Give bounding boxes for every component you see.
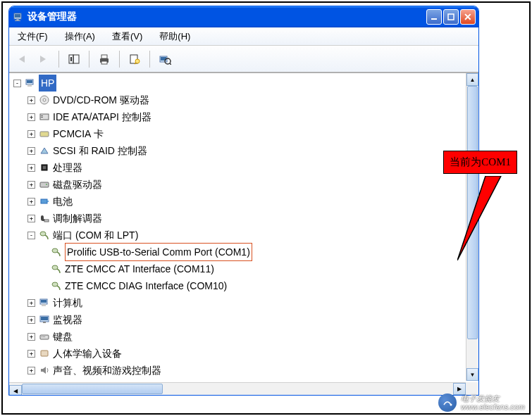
menu-help[interactable]: 帮助(H) xyxy=(156,29,193,44)
expand-icon[interactable]: + xyxy=(27,181,35,189)
watermark-logo-icon xyxy=(438,393,457,412)
tree-node-scsi[interactable]: +SCSI 和 RAID 控制器 xyxy=(11,142,464,159)
node-label: 处理器 xyxy=(53,159,82,176)
properties-button[interactable] xyxy=(125,50,144,68)
svg-rect-39 xyxy=(42,304,46,306)
tree-leaf-com11[interactable]: ZTE CMCC AT Interface (COM11) xyxy=(11,260,464,277)
tree-node-battery[interactable]: +电池 xyxy=(11,193,464,210)
computer-icon xyxy=(24,77,37,89)
node-label: SCSI 和 RAID 控制器 xyxy=(53,142,147,159)
window-title: 设备管理器 xyxy=(27,11,426,23)
modem-icon xyxy=(38,213,51,224)
node-label: 端口 (COM 和 LPT) xyxy=(53,227,138,244)
collapse-icon[interactable]: - xyxy=(13,80,21,87)
tree-node-pcmcia[interactable]: +PCMCIA 卡 xyxy=(11,125,464,142)
disk-icon xyxy=(38,179,51,190)
node-label: 调制解调器 xyxy=(53,210,102,227)
close-button[interactable]: ✕ xyxy=(460,9,476,25)
svg-rect-44 xyxy=(42,336,42,337)
expand-icon[interactable]: + xyxy=(27,350,35,358)
scan-button[interactable] xyxy=(156,50,174,68)
watermark-url: www.elecfans.com xyxy=(461,403,525,411)
scroll-left-button[interactable]: ◀ xyxy=(9,385,22,395)
tree-leaf-com10[interactable]: ZTE CMCC DIAG Interface (COM10) xyxy=(11,277,464,294)
cdrom-icon xyxy=(38,94,51,106)
expand-icon[interactable]: + xyxy=(27,164,35,172)
svg-rect-23 xyxy=(41,115,43,116)
svg-rect-30 xyxy=(41,199,47,203)
horizontal-scrollbar[interactable]: ◀ ▶ xyxy=(9,382,466,395)
node-label: IDE ATA/ATAPI 控制器 xyxy=(53,108,151,125)
svg-rect-46 xyxy=(44,336,45,337)
tree-node-keyboard[interactable]: +键盘 xyxy=(11,328,464,345)
tree-leaf-com1[interactable]: Prolific USB-to-Serial Comm Port (COM1) xyxy=(11,244,464,260)
hid-icon xyxy=(38,348,51,359)
expand-icon[interactable]: + xyxy=(27,130,35,138)
computer-icon xyxy=(12,11,25,23)
scsi-icon xyxy=(38,145,51,156)
svg-point-21 xyxy=(43,99,46,101)
node-label: 键盘 xyxy=(53,328,73,345)
svg-point-36 xyxy=(52,282,58,286)
expand-icon[interactable]: + xyxy=(27,316,35,324)
tree-root[interactable]: - HP xyxy=(11,75,464,92)
svg-rect-2 xyxy=(16,19,19,20)
leaf-label: ZTE CMCC DIAG Interface (COM10) xyxy=(65,277,227,294)
svg-point-35 xyxy=(52,265,58,270)
card-icon xyxy=(38,128,51,139)
toolbar xyxy=(9,46,478,73)
menu-file[interactable]: 文件(F) xyxy=(15,29,51,44)
expand-icon[interactable]: + xyxy=(27,367,35,374)
node-label: 人体学输入设备 xyxy=(53,345,122,362)
print-button[interactable] xyxy=(95,50,113,68)
svg-rect-5 xyxy=(448,14,454,20)
tree-node-modem[interactable]: +调制解调器 xyxy=(11,210,464,227)
scroll-up-button[interactable]: ▲ xyxy=(466,73,478,86)
svg-rect-42 xyxy=(43,322,46,323)
minimize-button[interactable] xyxy=(426,9,442,25)
back-button xyxy=(13,50,32,68)
scroll-down-button[interactable]: ▼ xyxy=(466,368,478,381)
node-label: 声音、视频和游戏控制器 xyxy=(53,362,161,379)
tree-node-hid[interactable]: +人体学输入设备 xyxy=(11,345,464,362)
svg-rect-38 xyxy=(41,300,47,303)
tree-node-cpu[interactable]: +处理器 xyxy=(11,159,464,176)
node-label: 计算机 xyxy=(53,294,82,311)
show-hide-button[interactable] xyxy=(65,50,83,68)
expand-icon[interactable]: + xyxy=(27,333,35,341)
expand-icon[interactable]: + xyxy=(27,198,35,206)
titlebar[interactable]: 设备管理器 ✕ xyxy=(9,6,478,27)
scroll-thumb[interactable] xyxy=(22,384,163,394)
watermark: 电子发烧友 www.elecfans.com xyxy=(438,393,525,412)
svg-rect-19 xyxy=(27,84,32,87)
tree-node-disk[interactable]: +磁盘驱动器 xyxy=(11,176,464,193)
tree-node-computer[interactable]: +计算机 xyxy=(11,294,464,311)
ide-icon xyxy=(38,111,51,122)
expand-icon[interactable]: + xyxy=(27,113,35,121)
expand-icon[interactable]: + xyxy=(27,215,35,222)
monitor-icon xyxy=(38,314,51,325)
svg-rect-4 xyxy=(431,18,437,20)
toolbar-separator xyxy=(149,51,150,68)
maximize-button[interactable] xyxy=(443,9,459,25)
tree-node-dvd[interactable]: +DVD/CD-ROM 驱动器 xyxy=(11,92,464,108)
svg-rect-11 xyxy=(101,61,107,64)
tree-node-monitor[interactable]: +监视器 xyxy=(11,311,464,328)
tree-node-ports[interactable]: -端口 (COM 和 LPT) xyxy=(11,227,464,244)
node-label: DVD/CD-ROM 驱动器 xyxy=(53,92,149,108)
device-tree[interactable]: - HP +DVD/CD-ROM 驱动器 +IDE ATA/ATAPI 控制器 … xyxy=(11,75,464,381)
svg-point-49 xyxy=(450,404,452,406)
expand-icon[interactable]: + xyxy=(27,147,35,155)
svg-rect-7 xyxy=(73,55,79,63)
collapse-icon[interactable]: - xyxy=(27,232,35,239)
tree-node-sound[interactable]: +声音、视频和游戏控制器 xyxy=(11,362,464,379)
svg-rect-24 xyxy=(41,117,43,118)
menu-action[interactable]: 操作(A) xyxy=(62,29,98,44)
root-label: HP xyxy=(39,75,56,92)
tree-node-ide[interactable]: +IDE ATA/ATAPI 控制器 xyxy=(11,108,464,125)
toolbar-separator xyxy=(89,51,89,68)
menu-view[interactable]: 查看(V) xyxy=(109,29,145,44)
expand-icon[interactable]: + xyxy=(27,299,35,307)
expand-icon[interactable]: + xyxy=(27,96,35,104)
node-label: 电池 xyxy=(53,193,73,210)
